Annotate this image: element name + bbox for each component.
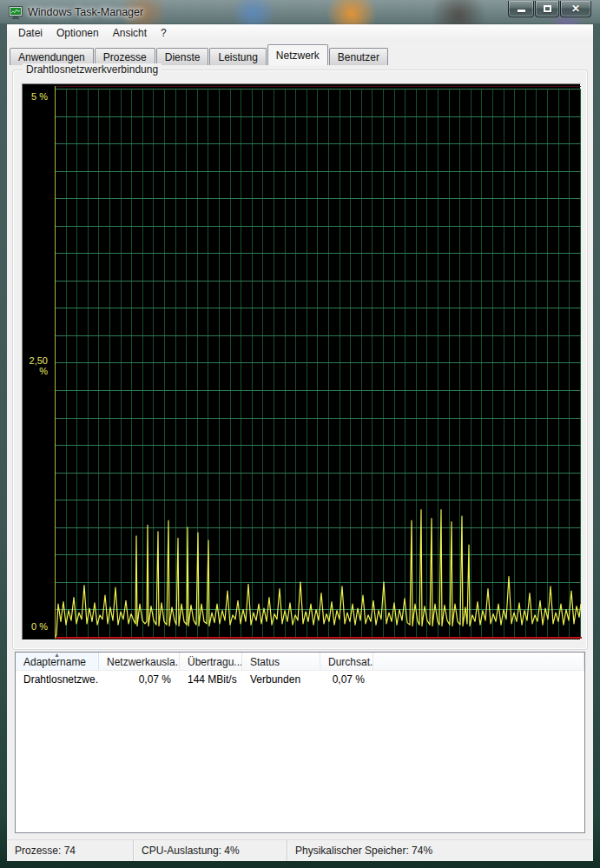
statusbar: Prozesse: 74 CPU-Auslastung: 4% Physikal… <box>7 839 593 861</box>
tab-prozesse[interactable]: Prozesse <box>95 48 155 65</box>
tab-anwendungen[interactable]: Anwendungen <box>10 48 94 65</box>
task-manager-icon <box>9 6 23 19</box>
network-utilization-graph: 5 % 2,50 % 0 % <box>22 83 581 640</box>
menu-ansicht[interactable]: Ansicht <box>106 25 154 41</box>
menu-optionen[interactable]: Optionen <box>49 25 106 41</box>
status-cpu-usage: CPU-Auslastung: 4% <box>134 840 287 861</box>
client-area: Datei Optionen Ansicht ? Anwendungen Pro… <box>7 24 593 861</box>
network-graph-line <box>56 89 581 637</box>
window-controls: ✕ <box>507 1 591 17</box>
window-title: Windows Task-Manager <box>28 6 143 18</box>
maximize-icon <box>544 5 551 12</box>
minimize-icon <box>518 10 525 12</box>
cell-adaptername: Drahtlosnetzwe... <box>16 673 99 686</box>
menu-datei[interactable]: Datei <box>11 25 49 41</box>
column-header-uebertragung[interactable]: Übertragu... <box>180 653 242 670</box>
menubar: Datei Optionen Ansicht ? <box>7 24 593 42</box>
tab-benutzer[interactable]: Benutzer <box>329 48 388 65</box>
task-manager-window: Windows Task-Manager ✕ Datei Optionen An… <box>0 0 600 868</box>
ytick-5: 5 % <box>23 91 52 102</box>
tab-leistung[interactable]: Leistung <box>209 48 266 65</box>
column-header-netzwerkauslastung[interactable]: Netzwerkausla... <box>99 653 180 670</box>
sort-ascending-icon: ▴ <box>55 653 58 659</box>
graph-top-line <box>56 86 581 87</box>
graph-y-axis <box>55 86 56 639</box>
menu-help[interactable]: ? <box>154 25 174 41</box>
status-physical-memory: Physikalischer Speicher: 74% <box>287 840 593 861</box>
titlebar[interactable]: Windows Task-Manager ✕ <box>0 0 600 24</box>
close-icon: ✕ <box>571 3 580 14</box>
graph-zero-line <box>56 637 582 639</box>
status-processes: Prozesse: 74 <box>7 840 134 861</box>
cell-status: Verbunden <box>242 673 320 686</box>
ytick-2-50: 2,50 % <box>23 355 52 376</box>
groupbox-label: Drahtlosnetzwerkverbindung <box>23 63 162 76</box>
adapter-list: ▴ Adaptername Netzwerkausla... Übertragu… <box>15 652 585 833</box>
minimize-button[interactable] <box>508 1 534 17</box>
cell-durchsatz: 0,07 % <box>320 673 373 686</box>
column-header-filler <box>373 653 584 670</box>
table-row[interactable]: Drahtlosnetzwe... 0,07 % 144 MBit/s Verb… <box>16 671 584 688</box>
adapter-groupbox: Drahtlosnetzwerkverbindung 5 % 2,50 % 0 … <box>12 70 588 650</box>
column-header-adaptername[interactable]: ▴ Adaptername <box>16 653 99 670</box>
tab-netzwerk[interactable]: Netzwerk <box>267 44 328 65</box>
column-header-status[interactable]: Status <box>242 653 320 670</box>
netzwerk-tab-page: Drahtlosnetzwerkverbindung 5 % 2,50 % 0 … <box>7 65 593 861</box>
graph-plot-area <box>56 89 581 637</box>
close-button[interactable]: ✕ <box>560 1 591 17</box>
tab-dienste[interactable]: Dienste <box>156 48 209 65</box>
ytick-0: 0 % <box>23 621 52 632</box>
column-header-durchsatz[interactable]: Durchsat... <box>320 653 373 670</box>
cell-netzwerkauslastung: 0,07 % <box>99 673 180 686</box>
maximize-button[interactable] <box>535 1 559 17</box>
adapter-list-header: ▴ Adaptername Netzwerkausla... Übertragu… <box>16 653 584 671</box>
tab-strip: Anwendungen Prozesse Dienste Leistung Ne… <box>7 42 593 65</box>
cell-uebertragung: 144 MBit/s <box>180 673 242 686</box>
